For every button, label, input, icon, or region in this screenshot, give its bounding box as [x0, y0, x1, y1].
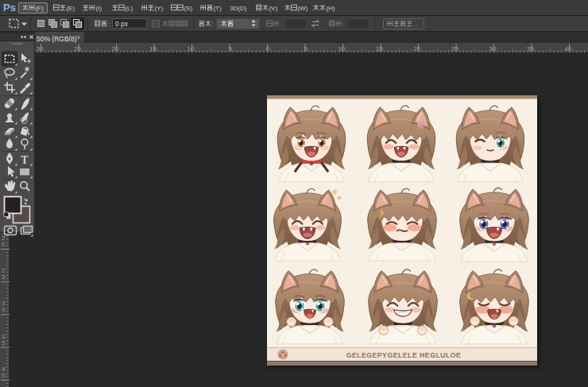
- svg-text:(E): (E): [66, 5, 75, 12]
- svg-text:(H): (H): [326, 5, 335, 12]
- svg-text:0: 0: [2, 372, 6, 379]
- svg-text:T: T: [21, 154, 29, 166]
- svg-text::: :: [279, 21, 280, 28]
- svg-text:0 px: 0 px: [115, 20, 129, 28]
- svg-text:(S): (S): [184, 5, 192, 12]
- svg-text:0: 0: [266, 45, 270, 52]
- svg-text:5: 5: [229, 45, 233, 52]
- svg-text:0: 0: [2, 306, 6, 313]
- svg-text:5: 5: [304, 45, 308, 52]
- svg-text:2: 2: [2, 267, 6, 274]
- svg-text::: :: [107, 21, 109, 28]
- svg-text:Ps: Ps: [3, 2, 16, 14]
- svg-text:3D(D): 3D(D): [230, 5, 247, 12]
- svg-text:(L): (L): [125, 5, 133, 12]
- svg-text:3: 3: [2, 300, 6, 307]
- svg-text:...: ...: [413, 21, 419, 28]
- svg-text:(V): (V): [269, 5, 277, 12]
- svg-text:(Y): (Y): [154, 5, 163, 12]
- svg-text:(I): (I): [95, 5, 102, 12]
- svg-text:5: 5: [2, 339, 6, 346]
- svg-text:5: 5: [2, 273, 6, 281]
- svg-text:GELEGEPYGELELE HEGLULOE: GELEGEPYGELELE HEGLULOE: [346, 351, 462, 359]
- svg-text::: :: [211, 21, 213, 28]
- svg-text:(F): (F): [35, 5, 44, 12]
- svg-text:4: 4: [2, 366, 6, 373]
- svg-text:(T): (T): [213, 5, 222, 12]
- svg-text:(W): (W): [297, 5, 308, 12]
- svg-text::: :: [342, 21, 343, 28]
- svg-text:3: 3: [2, 333, 6, 340]
